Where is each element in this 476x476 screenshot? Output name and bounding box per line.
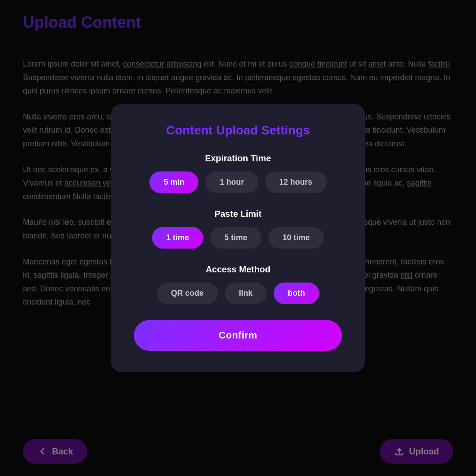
expiration-time-label: Expiration Time	[205, 153, 271, 164]
access-link-button[interactable]: link	[225, 283, 267, 304]
modal-title: Content Upload Settings	[166, 123, 310, 138]
paste-10time-button[interactable]: 10 time	[268, 227, 324, 249]
access-both-button[interactable]: both	[274, 283, 319, 304]
confirm-button[interactable]: Confirm	[134, 320, 342, 351]
paste-limit-section: Paste Limit 1 time 5 time 10 time	[134, 209, 342, 249]
expiration-5min-button[interactable]: 5 min	[149, 171, 198, 193]
expiration-time-group: 5 min 1 hour 12 hours	[149, 171, 326, 193]
access-method-section: Access Method QR code link both	[134, 264, 342, 304]
paste-5time-button[interactable]: 5 time	[210, 227, 261, 249]
paste-limit-label: Paste Limit	[215, 209, 262, 219]
expiration-12hours-button[interactable]: 12 hours	[265, 171, 327, 193]
access-method-group: QR code link both	[157, 283, 319, 304]
access-method-label: Access Method	[206, 264, 271, 275]
paste-1time-button[interactable]: 1 time	[152, 227, 203, 249]
expiration-1hour-button[interactable]: 1 hour	[205, 171, 258, 193]
modal: Content Upload Settings Expiration Time …	[111, 104, 365, 372]
access-qrcode-button[interactable]: QR code	[157, 283, 218, 304]
paste-limit-group: 1 time 5 time 10 time	[152, 227, 324, 249]
expiration-time-section: Expiration Time 5 min 1 hour 12 hours	[134, 153, 342, 193]
modal-overlay: Content Upload Settings Expiration Time …	[0, 0, 476, 476]
